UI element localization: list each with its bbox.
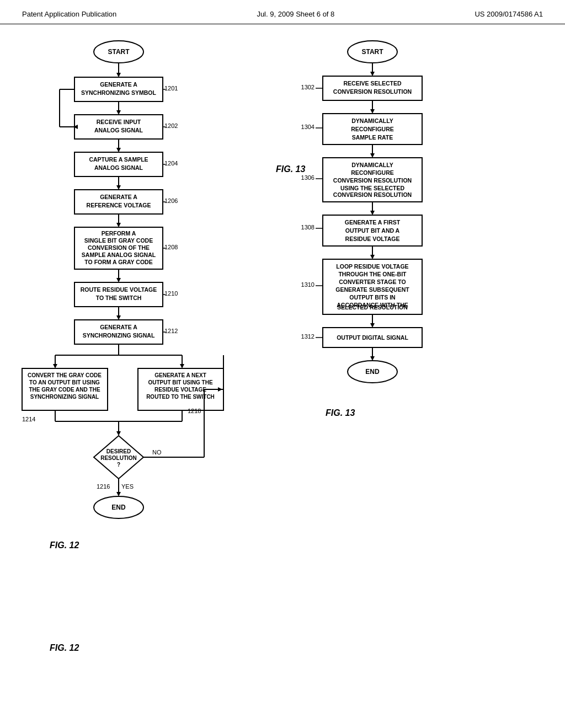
svg-text:RECEIVE INPUT: RECEIVE INPUT (97, 119, 141, 125)
svg-text:1310: 1310 (301, 281, 315, 288)
svg-marker-27 (116, 185, 121, 190)
svg-marker-2 (116, 73, 121, 77)
svg-text:1208: 1208 (164, 244, 178, 250)
svg-text:NO: NO (152, 449, 162, 456)
svg-marker-125 (370, 211, 375, 215)
svg-text:CONVERSION OF THE: CONVERSION OF THE (88, 244, 150, 251)
fig13-caption-abs: FIG. 13 (326, 408, 355, 418)
svg-marker-34 (116, 223, 121, 227)
svg-text:GENERATE SUBSEQUENT: GENERATE SUBSEQUENT (335, 286, 409, 293)
svg-text:THROUGH THE ONE-BIT: THROUGH THE ONE-BIT (338, 271, 407, 277)
svg-text:CONVERT THE GRAY CODE: CONVERT THE GRAY CODE (28, 372, 102, 378)
fig12-caption: FIG. 12 (50, 643, 248, 653)
svg-text:1201: 1201 (164, 85, 178, 92)
fig12-container: START GENERATE A SYNCHRONIZING SYMBOL 12… (17, 30, 248, 653)
svg-text:ANALOG SIGNAL: ANALOG SIGNAL (94, 127, 143, 133)
header-left: Patent Application Publication (22, 10, 116, 18)
svg-text:OUTPUT BIT AND A: OUTPUT BIT AND A (345, 227, 400, 234)
fig13-container: START RECEIVE SELECTED CONVERSION RESOLU… (265, 30, 463, 174)
svg-marker-9 (116, 110, 121, 115)
svg-text:RESIDUE VOLTAGE: RESIDUE VOLTAGE (345, 235, 400, 242)
svg-text:CONVERSION RESOLUTION: CONVERSION RESOLUTION (333, 191, 412, 198)
fig13-svg: START RECEIVE SELECTED CONVERSION RESOLU… (265, 30, 463, 526)
svg-marker-20 (116, 148, 121, 152)
svg-text:1206: 1206 (164, 197, 178, 204)
svg-text:TO THE SWITCH: TO THE SWITCH (96, 295, 142, 301)
svg-text:DYNAMICALLY: DYNAMICALLY (351, 117, 393, 124)
svg-text:RECONFIGURE: RECONFIGURE (351, 126, 394, 132)
svg-text:SAMPLE RATE: SAMPLE RATE (352, 134, 393, 141)
svg-text:CONVERTER STAGE TO: CONVERTER STAGE TO (339, 279, 406, 285)
svg-marker-115 (370, 153, 375, 158)
svg-text:SYNCHRONIZING SIGNAL: SYNCHRONIZING SIGNAL (83, 332, 155, 339)
svg-text:GENERATE A NEXT: GENERATE A NEXT (154, 372, 206, 378)
svg-text:SAMPLE ANALOG SIGNAL: SAMPLE ANALOG SIGNAL (82, 251, 156, 258)
svg-text:ROUTE RESIDUE VOLTAGE: ROUTE RESIDUE VOLTAGE (81, 286, 157, 293)
svg-text:OUTPUT DIGITAL SIGNAL: OUTPUT DIGITAL SIGNAL (337, 334, 408, 341)
page-header: Patent Application Publication Jul. 9, 2… (0, 0, 565, 24)
svg-text:DESIRED: DESIRED (106, 448, 131, 454)
svg-text:CONVERSION RESOLUTION: CONVERSION RESOLUTION (333, 177, 412, 184)
svg-text:SYNCHRONIZING SYMBOL: SYNCHRONIZING SYMBOL (81, 89, 157, 96)
svg-text:1214: 1214 (22, 416, 35, 422)
svg-text:START: START (361, 48, 383, 56)
svg-text:RECEIVE SELECTED: RECEIVE SELECTED (343, 80, 401, 87)
svg-text:1210: 1210 (164, 290, 178, 297)
svg-marker-51 (116, 315, 121, 320)
header-middle: Jul. 9, 2009 Sheet 6 of 8 (257, 10, 334, 18)
svg-text:1202: 1202 (164, 122, 178, 129)
svg-text:1204: 1204 (164, 160, 178, 167)
fig12-caption-abs: FIG. 12 (50, 540, 79, 550)
svg-text:1218: 1218 (188, 408, 201, 414)
svg-marker-133 (370, 255, 375, 259)
svg-text:1306: 1306 (301, 174, 315, 181)
svg-text:YES: YES (121, 483, 134, 490)
svg-text:USING THE SELECTED: USING THE SELECTED (340, 185, 405, 191)
svg-text:1216: 1216 (97, 483, 110, 490)
header-right: US 2009/0174586 A1 (475, 10, 543, 18)
svg-text:GENERATE A: GENERATE A (100, 81, 137, 88)
svg-text:RESOLUTION: RESOLUTION (100, 455, 137, 461)
svg-text:OUTPUT BIT USING THE: OUTPUT BIT USING THE (148, 379, 213, 386)
svg-text:REFERENCE VOLTAGE: REFERENCE VOLTAGE (87, 202, 151, 208)
svg-text:1304: 1304 (301, 124, 315, 130)
svg-text:GENERATE A: GENERATE A (100, 324, 137, 330)
svg-text:1312: 1312 (301, 333, 315, 340)
svg-text:RECONFIGURE: RECONFIGURE (351, 169, 394, 176)
svg-marker-100 (370, 72, 375, 76)
svg-text:RESIDUE VOLTAGE: RESIDUE VOLTAGE (154, 387, 206, 393)
svg-text:END: END (111, 504, 126, 511)
svg-marker-92 (116, 492, 121, 496)
svg-marker-62 (180, 364, 184, 368)
svg-text:END: END (365, 368, 380, 376)
svg-text:SYNCHRONIZING SIGNAL: SYNCHRONIZING SIGNAL (30, 394, 99, 400)
svg-marker-145 (370, 323, 375, 328)
svg-marker-151 (370, 356, 375, 361)
svg-text:SELECTED RESOLUTION: SELECTED RESOLUTION (337, 304, 408, 311)
diagrams-area: START GENERATE A SYNCHRONIZING SYMBOL 12… (0, 24, 565, 659)
svg-marker-44 (116, 278, 121, 282)
svg-text:CONVERSION RESOLUTION: CONVERSION RESOLUTION (333, 88, 412, 95)
svg-text:GENERATE A FIRST: GENERATE A FIRST (345, 219, 401, 226)
svg-text:1302: 1302 (301, 84, 315, 90)
svg-text:PERFORM A: PERFORM A (102, 230, 136, 237)
svg-text:THE GRAY CODE AND THE: THE GRAY CODE AND THE (29, 387, 100, 393)
svg-text:1212: 1212 (164, 328, 178, 334)
svg-text:TO FORM A GRAY CODE: TO FORM A GRAY CODE (84, 259, 152, 265)
svg-text:SINGLE BIT GRAY CODE: SINGLE BIT GRAY CODE (84, 237, 153, 244)
svg-text:GENERATE A: GENERATE A (100, 194, 137, 200)
svg-marker-107 (370, 109, 375, 114)
svg-marker-60 (53, 364, 57, 368)
start12-label: START (108, 48, 130, 56)
svg-text:DYNAMICALLY: DYNAMICALLY (351, 162, 393, 168)
svg-text:CAPTURE A SAMPLE: CAPTURE A SAMPLE (89, 156, 148, 163)
svg-text:1308: 1308 (301, 224, 315, 231)
svg-text:OUTPUT BITS IN: OUTPUT BITS IN (349, 294, 395, 301)
svg-text:LOOP RESIDUE VOLTAGE: LOOP RESIDUE VOLTAGE (336, 263, 408, 270)
svg-text:?: ? (117, 462, 120, 468)
svg-text:ANALOG SIGNAL: ANALOG SIGNAL (94, 164, 143, 171)
svg-text:TO AN OUTPUT BIT USING: TO AN OUTPUT BIT USING (29, 379, 100, 386)
